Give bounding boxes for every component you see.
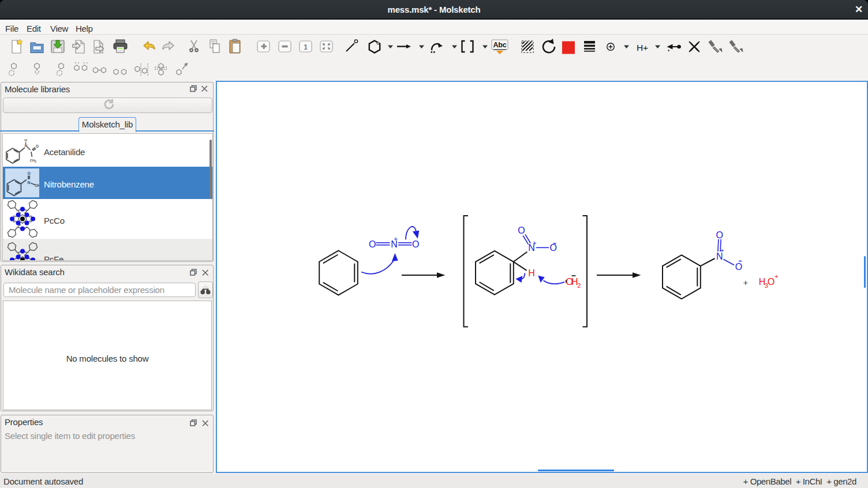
svg-text:+: + (743, 278, 748, 287)
svg-text:+: + (394, 235, 397, 242)
svg-text:O: O (27, 171, 31, 175)
svg-text:CH: CH (30, 159, 35, 162)
svg-text:O: O (735, 262, 742, 272)
svg-text:O: O (716, 230, 723, 240)
svg-text:OH: OH (35, 183, 39, 187)
svg-text:O: O (768, 277, 775, 287)
svg-text:N: N (28, 181, 31, 185)
svg-text:N: N (25, 144, 28, 148)
svg-text:O: O (412, 239, 419, 249)
svg-text:+: + (775, 273, 778, 280)
svg-text:H: H (24, 138, 27, 142)
svg-text:1: 1 (304, 43, 308, 51)
svg-text:O: O (549, 243, 556, 253)
svg-text:O: O (369, 239, 376, 249)
svg-text:H+: H+ (637, 43, 648, 52)
svg-text:+: + (533, 239, 536, 246)
svg-text:O: O (36, 144, 39, 148)
svg-text:3: 3 (35, 160, 36, 163)
svg-text:O: O (518, 226, 525, 235)
svg-text:Abc: Abc (493, 41, 506, 49)
svg-text:H: H (528, 268, 534, 278)
svg-text:2: 2 (577, 282, 581, 289)
